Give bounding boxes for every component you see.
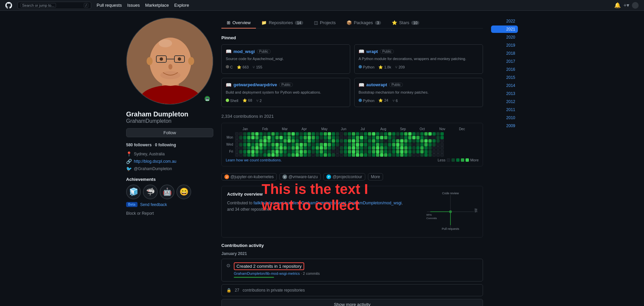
contrib-cell[interactable] <box>304 143 307 146</box>
contrib-cell[interactable] <box>368 150 371 153</box>
contrib-cell[interactable] <box>275 132 279 136</box>
contrib-cell[interactable] <box>263 150 267 153</box>
contrib-cell[interactable] <box>440 153 444 157</box>
contrib-cell[interactable] <box>384 143 387 146</box>
tab-projects[interactable]: ◫ Projects <box>309 17 341 29</box>
contrib-cell[interactable] <box>287 132 291 136</box>
contrib-cell[interactable] <box>408 150 412 153</box>
nav-pull-requests[interactable]: Pull requests <box>97 3 122 8</box>
contrib-cell[interactable] <box>283 153 287 157</box>
contrib-cell[interactable] <box>436 143 440 146</box>
contrib-cell[interactable] <box>368 132 371 136</box>
contrib-cell[interactable] <box>312 139 315 143</box>
show-more-button[interactable]: Show more activity <box>221 299 483 306</box>
contrib-cell[interactable] <box>428 150 432 153</box>
contrib-cell[interactable] <box>340 136 343 139</box>
website-link[interactable]: http://blog.dscpl.com.au <box>134 159 176 164</box>
contrib-cell[interactable] <box>320 136 323 139</box>
contrib-cell[interactable] <box>243 150 247 153</box>
contrib-cell[interactable] <box>304 150 307 153</box>
contrib-cell[interactable] <box>267 136 271 139</box>
repo-name-2[interactable]: wrapt <box>366 49 378 54</box>
contrib-cell[interactable] <box>400 139 404 143</box>
contrib-cell[interactable] <box>344 132 347 136</box>
contrib-cell[interactable] <box>352 136 355 139</box>
contrib-cell[interactable] <box>304 132 307 136</box>
contrib-cell[interactable] <box>263 136 267 139</box>
contrib-cell[interactable] <box>255 146 259 150</box>
contrib-cell[interactable] <box>392 132 395 136</box>
contrib-cell[interactable] <box>388 139 391 143</box>
contrib-cell[interactable] <box>271 132 275 136</box>
contrib-cell[interactable] <box>275 136 279 139</box>
contrib-cell[interactable] <box>396 132 399 136</box>
contrib-cell[interactable] <box>235 153 238 157</box>
contrib-cell[interactable] <box>239 150 243 153</box>
contrib-cell[interactable] <box>316 146 319 150</box>
contrib-cell[interactable] <box>432 139 436 143</box>
contrib-link-2[interactable]: GrahamDumpleton/wrapt <box>301 201 346 205</box>
contrib-cell[interactable] <box>259 146 263 150</box>
contrib-cell[interactable] <box>291 132 295 136</box>
contrib-cell[interactable] <box>416 136 420 139</box>
contrib-cell[interactable] <box>235 143 238 146</box>
contrib-cell[interactable] <box>344 146 347 150</box>
year-item-2018[interactable]: 2018 <box>491 50 518 57</box>
contrib-cell[interactable] <box>247 150 251 153</box>
contrib-cell[interactable] <box>263 146 267 150</box>
contrib-cell[interactable] <box>328 139 331 143</box>
contrib-cell[interactable] <box>283 136 287 139</box>
contrib-cell[interactable] <box>291 136 295 139</box>
contrib-cell[interactable] <box>296 143 299 146</box>
contrib-cell[interactable] <box>432 143 436 146</box>
search-bar[interactable]: Search or jump to... / <box>17 2 91 9</box>
contrib-cell[interactable] <box>384 136 387 139</box>
nav-marketplace[interactable]: Marketplace <box>145 3 169 8</box>
contrib-cell[interactable] <box>255 136 259 139</box>
contrib-cell[interactable] <box>372 139 375 143</box>
notifications-icon[interactable]: 🔔 <box>614 2 621 8</box>
year-item-2017[interactable]: 2017 <box>491 58 518 65</box>
contrib-cell[interactable] <box>400 132 404 136</box>
contrib-cell[interactable] <box>271 143 275 146</box>
contrib-cell[interactable] <box>267 153 271 157</box>
year-item-2021[interactable]: 2021 <box>491 26 518 33</box>
contrib-cell[interactable] <box>239 143 243 146</box>
contrib-cell[interactable] <box>412 143 416 146</box>
contrib-cell[interactable] <box>416 132 420 136</box>
contrib-cell[interactable] <box>332 150 335 153</box>
contrib-cell[interactable] <box>316 139 319 143</box>
nav-explore[interactable]: Explore <box>174 3 189 8</box>
contrib-cell[interactable] <box>384 132 387 136</box>
org-vmware[interactable]: V @vmware-tanzu <box>279 173 321 181</box>
year-item-2015[interactable]: 2015 <box>491 74 518 81</box>
contrib-cell[interactable] <box>291 153 295 157</box>
contrib-cell[interactable] <box>408 132 412 136</box>
contrib-cell[interactable] <box>259 136 263 139</box>
contrib-cell[interactable] <box>304 139 307 143</box>
contrib-cell[interactable] <box>392 153 395 157</box>
contrib-cell[interactable] <box>316 136 319 139</box>
contrib-cell[interactable] <box>388 150 391 153</box>
contrib-cell[interactable] <box>352 143 355 146</box>
contrib-cell[interactable] <box>404 139 408 143</box>
contrib-cell[interactable] <box>364 153 367 157</box>
contrib-cell[interactable] <box>332 153 335 157</box>
contrib-cell[interactable] <box>392 136 395 139</box>
contrib-cell[interactable] <box>263 143 267 146</box>
contrib-cell[interactable] <box>267 132 271 136</box>
contrib-cell[interactable] <box>436 136 440 139</box>
contrib-cell[interactable] <box>348 153 351 157</box>
contrib-cell[interactable] <box>336 150 339 153</box>
contrib-cell[interactable] <box>388 146 391 150</box>
tab-packages[interactable]: 📦 Packages 3 <box>341 17 386 29</box>
contrib-cell[interactable] <box>332 132 335 136</box>
contrib-cell[interactable] <box>279 150 283 153</box>
contrib-cell[interactable] <box>352 132 355 136</box>
contrib-cell[interactable] <box>396 153 399 157</box>
contrib-cell[interactable] <box>412 132 416 136</box>
contrib-cell[interactable] <box>267 139 271 143</box>
contrib-cell[interactable] <box>428 153 432 157</box>
contrib-cell[interactable] <box>424 146 428 150</box>
contrib-cell[interactable] <box>320 132 323 136</box>
